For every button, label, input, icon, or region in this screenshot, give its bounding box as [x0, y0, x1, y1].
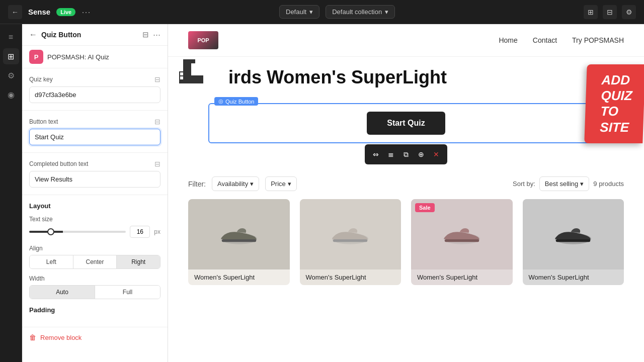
sidebar-settings-icon[interactable]: ⚙ — [3, 67, 19, 83]
quiz-key-copy-icon[interactable]: ⊟ — [154, 75, 160, 83]
nav-link-home[interactable]: Home — [499, 36, 517, 44]
topbar-more-icon[interactable]: ⋯ — [82, 7, 91, 18]
icon-sidebar: ≡ ⊞ ⚙ ◉ — [0, 24, 22, 362]
completed-button-text-label: Completed button text — [29, 160, 88, 167]
svg-rect-14 — [199, 79, 203, 83]
toolbar-move-icon[interactable]: ⇔ — [369, 147, 383, 161]
sort-selector[interactable]: Best selling ▾ — [539, 176, 589, 191]
default-chevron-icon: ▾ — [309, 8, 313, 16]
quiz-key-label: Quiz key — [29, 76, 53, 83]
topbar-left: ← Sense Live ⋯ — [8, 5, 91, 19]
toolbar-duplicate-icon[interactable]: ⧉ — [399, 147, 413, 161]
button-text-input[interactable] — [29, 129, 160, 145]
quiz-key-input[interactable] — [29, 86, 160, 103]
brand-name: Sense — [28, 8, 50, 16]
svg-rect-25 — [333, 239, 367, 242]
product-name-1: Women's SuperLight — [188, 269, 290, 285]
price-filter[interactable]: Price ▾ — [265, 176, 297, 191]
svg-rect-20 — [180, 72, 183, 75]
toolbar-link-icon[interactable]: ⊕ — [414, 147, 428, 161]
live-badge: Live — [56, 8, 75, 16]
svg-rect-18 — [183, 79, 187, 83]
quiz-button-wrapper: ◎ Quiz Button Start Quiz ⇔ ≣ ⧉ ⊕ ✕ — [188, 103, 624, 143]
width-label: Width — [29, 275, 160, 282]
back-icon[interactable]: ← — [8, 5, 22, 19]
align-center-button[interactable]: Center — [73, 255, 117, 268]
svg-rect-29 — [556, 239, 590, 242]
text-size-slider[interactable] — [29, 231, 126, 233]
availability-label: Availability — [217, 180, 248, 188]
panel-header-icons: ⊟ ⋯ — [142, 30, 160, 39]
svg-rect-10 — [187, 75, 191, 79]
quiz-toolbar: ⇔ ≣ ⧉ ⊕ ✕ — [365, 144, 447, 164]
collection-selector[interactable]: Default collection ▾ — [326, 5, 395, 19]
svg-rect-9 — [183, 75, 187, 79]
default-label: Default — [286, 8, 306, 16]
quiz-key-label-row: Quiz key ⊟ — [29, 75, 160, 83]
filter-left: Filter: Availability ▾ Price ▾ — [188, 176, 297, 191]
width-auto-button[interactable]: Auto — [30, 286, 95, 299]
svg-rect-11 — [191, 75, 195, 79]
button-text-copy-icon[interactable]: ⊟ — [154, 118, 160, 126]
sidebar-apps-icon[interactable]: ◉ — [3, 86, 19, 103]
completed-button-text-label-row: Completed button text ⊟ — [29, 160, 160, 168]
panel-back-button[interactable]: ← — [29, 30, 37, 39]
sort-label: Sort by: — [513, 180, 535, 188]
align-field: Align Left Center Right — [29, 245, 160, 269]
product-image-1 — [188, 199, 290, 269]
hero-title: irds Women's SuperLight — [188, 67, 624, 88]
topbar-icon-2[interactable]: ⊟ — [603, 5, 617, 19]
default-selector[interactable]: Default ▾ — [279, 5, 319, 19]
text-size-field: Text size px — [29, 216, 160, 238]
add-quiz-line2: TO SITE — [600, 104, 632, 135]
align-left-button[interactable]: Left — [30, 255, 73, 268]
panel-more-icon[interactable]: ⋯ — [153, 30, 160, 39]
text-size-label-row: Text size — [29, 216, 160, 223]
cursor-icon — [178, 57, 218, 97]
sidebar-layers-icon[interactable]: ⊞ — [3, 48, 19, 64]
toolbar-delete-icon[interactable]: ✕ — [429, 147, 443, 161]
product-name-4: Women's SuperLight — [523, 269, 624, 285]
topbar-right: ⊞ ⊟ ⚙ — [584, 5, 636, 19]
site-nav: POP Home Contact Try POPSMASH — [168, 24, 644, 57]
topbar-center: Default ▾ Default collection ▾ — [99, 5, 576, 19]
topbar-icon-3[interactable]: ⚙ — [622, 5, 636, 19]
completed-button-text-copy-icon[interactable]: ⊟ — [154, 160, 160, 168]
start-quiz-button[interactable]: Start Quiz — [367, 112, 445, 135]
button-text-label-row: Button text ⊟ — [29, 118, 160, 126]
availability-chevron-icon: ▾ — [250, 180, 254, 188]
filter-bar: Filter: Availability ▾ Price ▾ Sort by: … — [168, 168, 644, 199]
sidebar-nav-icon[interactable]: ≡ — [3, 29, 19, 45]
panel-header: ← Quiz Button ⊟ ⋯ — [22, 24, 168, 46]
svg-rect-1 — [187, 59, 191, 63]
align-right-button[interactable]: Right — [117, 255, 160, 268]
nav-link-try[interactable]: Try POPSMASH — [572, 36, 624, 44]
website-preview: POP Home Contact Try POPSMASH — [168, 24, 644, 362]
panel-copy-icon[interactable]: ⊟ — [142, 30, 149, 39]
products-count: 9 products — [593, 180, 624, 188]
product-image-2 — [300, 199, 401, 269]
product-image-4 — [523, 199, 624, 269]
topbar-icon-1[interactable]: ⊞ — [584, 5, 598, 19]
toolbar-align-icon[interactable]: ≣ — [384, 147, 398, 161]
layout-section: Layout Text size px Align Left Center — [22, 195, 168, 327]
svg-rect-19 — [179, 79, 183, 83]
svg-rect-15 — [195, 79, 199, 83]
product-card-3[interactable]: Sale Women's SuperLight — [411, 199, 513, 285]
nav-link-contact[interactable]: Contact — [533, 36, 557, 44]
remove-block-button[interactable]: 🗑 Remove block — [22, 327, 168, 347]
product-card-4[interactable]: Women's SuperLight — [523, 199, 624, 285]
sort-chevron-icon: ▾ — [580, 180, 584, 188]
filter-label: Filter: — [188, 180, 206, 188]
svg-rect-27 — [445, 239, 479, 242]
product-card-2[interactable]: Women's SuperLight — [300, 199, 401, 285]
px-label: px — [154, 228, 160, 235]
product-card-1[interactable]: Women's SuperLight — [188, 199, 290, 285]
width-full-button[interactable]: Full — [95, 286, 160, 299]
availability-filter[interactable]: Availability ▾ — [212, 176, 259, 191]
svg-rect-7 — [183, 71, 187, 75]
svg-rect-13 — [199, 75, 203, 79]
text-size-value-input[interactable] — [130, 226, 150, 238]
completed-button-text-input[interactable] — [29, 171, 160, 188]
svg-rect-2 — [191, 59, 195, 63]
